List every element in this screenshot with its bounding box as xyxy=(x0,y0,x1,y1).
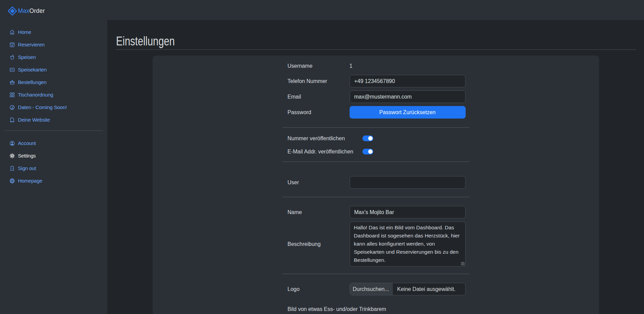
settings-form: Username 1 Telefon Nummer Email Password… xyxy=(283,62,469,313)
sidebar-item-tischanordnung[interactable]: Tischanordnung xyxy=(0,88,107,101)
name-row: Name xyxy=(283,206,469,218)
sidebar-item-label: Homepage xyxy=(18,178,42,184)
image-hint-row: Bild von etwas Ess- und/oder Trinkbarem xyxy=(283,305,469,313)
sidebar-item-settings[interactable]: Settings xyxy=(0,149,107,162)
main-content: Einstellungen Username 1 Telefon Nummer … xyxy=(107,20,644,314)
title-divider xyxy=(116,49,636,50)
email-label: Email xyxy=(283,94,350,100)
layout-blocks-icon xyxy=(9,92,15,98)
user-label: User xyxy=(283,180,350,186)
sidebar-item-label: Reservieren xyxy=(18,42,45,47)
publish-number-label: Nummer veröffentlichen xyxy=(283,135,362,142)
sidebar-item-speisen[interactable]: Speisen xyxy=(0,51,107,63)
gear-icon xyxy=(9,153,15,159)
logo-label: Logo xyxy=(283,286,350,292)
sidebar-item-homepage[interactable]: Homepage xyxy=(0,174,107,187)
publish-number-row: Nummer veröffentlichen xyxy=(283,135,469,141)
diamond-logo-icon xyxy=(7,6,17,16)
publish-number-toggle[interactable] xyxy=(362,135,373,141)
password-row: Password Passwort Zurücksetzen xyxy=(283,106,469,119)
publish-email-label: E-Mail Addr. veröffentlichen xyxy=(283,149,362,155)
settings-card: Username 1 Telefon Nummer Email Password… xyxy=(153,56,599,314)
file-html-icon: HTML xyxy=(9,117,15,123)
sidebar-item-bestellungen[interactable]: Bestellungen xyxy=(0,76,107,88)
sidebar-item-label: Sign out xyxy=(18,165,36,171)
sidebar-item-label: Daten - Coming Soon! xyxy=(18,104,67,110)
form-divider xyxy=(283,197,469,197)
sidebar-item-label: Bestellungen xyxy=(18,79,46,85)
logo-row: Logo Durchsuchen... Keine Datei ausgewäh… xyxy=(283,283,469,295)
username-label: Username xyxy=(283,63,350,69)
phone-row: Telefon Nummer xyxy=(283,75,469,87)
user-row: User xyxy=(283,176,469,189)
sidebar-item-label: Deine Website xyxy=(18,117,50,123)
description-textarea[interactable]: Hallo! Das ist ein Bild vom Dashboard. D… xyxy=(350,222,466,267)
sidebar-item-account[interactable]: Account xyxy=(0,137,107,149)
email-row: Email xyxy=(283,90,469,103)
page-title: Einstellungen xyxy=(116,34,521,48)
phone-label: Telefon Nummer xyxy=(283,78,350,84)
name-label: Name xyxy=(283,209,350,215)
sidebar-item-deine-website[interactable]: HTML Deine Website xyxy=(0,113,107,126)
sidebar-item-label: Speisekarten xyxy=(18,67,47,72)
toggle-knob xyxy=(368,149,373,154)
calendar-check-icon xyxy=(9,42,15,47)
sidebar-item-label: Settings xyxy=(18,153,36,159)
topbar: MaxOrder xyxy=(0,0,644,20)
person-circle-icon xyxy=(9,141,15,146)
door-icon xyxy=(9,166,15,171)
svg-text:HTML: HTML xyxy=(11,121,14,122)
password-label: Password xyxy=(283,109,350,116)
sidebar-divider xyxy=(4,130,103,131)
basket-icon xyxy=(9,80,15,85)
form-divider xyxy=(283,162,469,162)
sidebar-item-label: Home xyxy=(18,29,31,35)
publish-email-row: E-Mail Addr. veröffentlichen xyxy=(283,149,469,154)
cup-straw-icon xyxy=(9,55,15,60)
sidebar-item-label: Speisen xyxy=(18,54,36,60)
file-status-text: Keine Datei ausgewählt. xyxy=(393,283,456,295)
user-input[interactable] xyxy=(350,176,466,189)
reset-password-button[interactable]: Passwort Zurücksetzen xyxy=(350,106,466,119)
email-input[interactable] xyxy=(350,90,466,103)
publish-email-toggle[interactable] xyxy=(362,149,373,154)
phone-input[interactable] xyxy=(350,75,466,87)
sidebar-item-reservieren[interactable]: Reservieren xyxy=(0,38,107,51)
form-divider xyxy=(283,127,469,128)
sidebar-item-sign-out[interactable]: Sign out xyxy=(0,162,107,174)
description-label: Beschreibung xyxy=(283,241,350,247)
logo-file-input[interactable]: Durchsuchen... Keine Datei ausgewählt. xyxy=(350,283,466,295)
globe-icon xyxy=(9,178,15,184)
form-divider xyxy=(283,274,469,274)
brand-logo[interactable]: MaxOrder xyxy=(7,6,45,16)
sidebar: Home Reservieren Speisen Speisekarten Be… xyxy=(0,20,107,314)
description-row: Beschreibung Hallo! Das ist ein Bild vom… xyxy=(283,222,469,267)
brand-name: MaxOrder xyxy=(18,7,45,15)
card-list-icon xyxy=(9,67,15,72)
speedometer-icon xyxy=(9,105,15,110)
sidebar-item-label: Account xyxy=(18,140,36,146)
browse-button[interactable]: Durchsuchen... xyxy=(350,283,393,295)
house-icon xyxy=(9,29,15,35)
image-hint-label: Bild von etwas Ess- und/oder Trinkbarem xyxy=(283,305,469,313)
username-value: 1 xyxy=(350,63,353,69)
sidebar-item-daten[interactable]: Daten - Coming Soon! xyxy=(0,101,107,113)
sidebar-item-label: Tischanordnung xyxy=(18,92,53,98)
toggle-knob xyxy=(368,136,373,141)
name-input[interactable] xyxy=(350,206,466,218)
sidebar-item-speisekarten[interactable]: Speisekarten xyxy=(0,63,107,76)
sidebar-item-home[interactable]: Home xyxy=(0,26,107,38)
username-row: Username 1 xyxy=(283,62,469,70)
